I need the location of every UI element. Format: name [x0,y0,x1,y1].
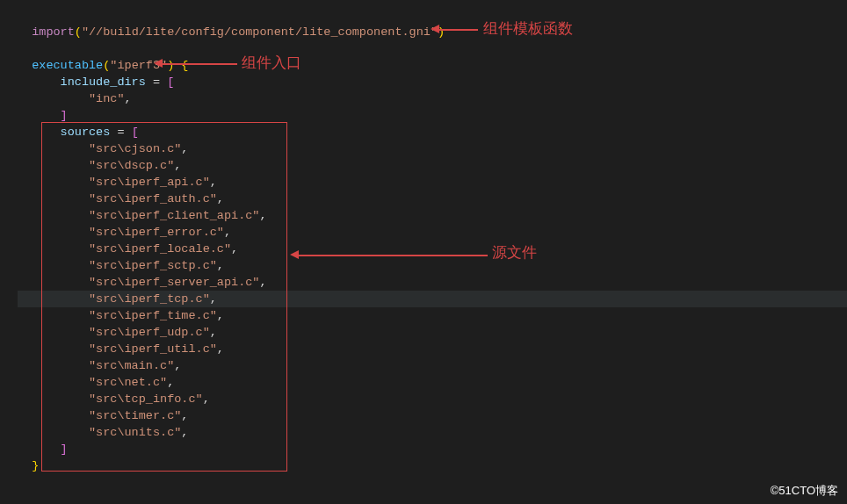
code-line: import("//build/lite/config/component/li… [18,24,847,40]
code-line: sources = [ [18,124,847,140]
code-line: "src\iperf_client_api.c", [18,207,847,224]
code-line: "src\iperf_auth.c", [18,191,847,207]
code-line: "inc", [18,90,847,107]
code-line: "src\units.c", [18,424,847,441]
code-line: "src\iperf_sctp.c", [18,257,847,274]
code-line: include_dirs = [ [18,74,847,90]
code-line: "src\main.c", [18,357,847,374]
code-line: "src\iperf_server_api.c", [18,274,847,291]
code-line: "src\iperf_udp.c", [18,324,847,341]
code-line: "src\iperf_util.c", [18,341,847,357]
code-line: ] [18,441,847,457]
code-line: "src\tcp_info.c", [18,391,847,407]
watermark: ©51CTO博客 [771,482,838,499]
code-line: "src\cjson.c", [18,140,847,157]
code-line: executable("iperf3") { [18,57,847,74]
code-line: "src\net.c", [18,374,847,391]
code-line: "src\timer.c", [18,407,847,424]
code-editor[interactable]: import("//build/lite/config/component/li… [0,0,847,474]
code-line: "src\iperf_api.c", [18,174,847,191]
code-line: "src\iperf_error.c", [18,224,847,241]
code-line: "src\iperf_time.c", [18,307,847,324]
code-line: "src\iperf_locale.c", [18,241,847,257]
code-line: } [18,457,847,474]
code-line: "src\dscp.c", [18,157,847,174]
code-line: "src\iperf_tcp.c", [18,291,847,307]
code-line: ] [18,107,847,124]
